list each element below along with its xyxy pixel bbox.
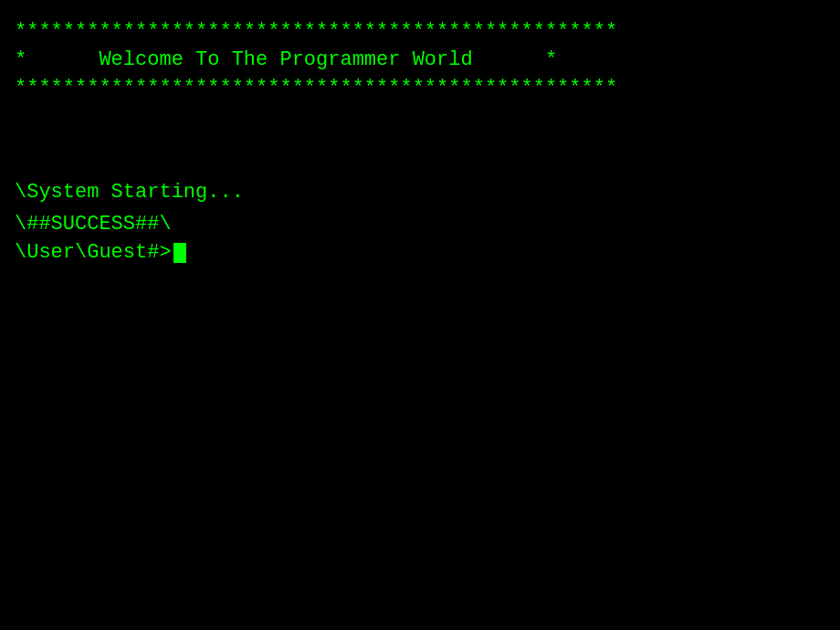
prompt-text: \User\Guest#>	[15, 239, 172, 268]
banner-stars-bottom: ****************************************…	[15, 75, 825, 103]
cursor-block	[173, 243, 186, 263]
banner-title: * Welcome To The Programmer World *	[15, 47, 825, 75]
success-line: \##SUCCESS##\	[15, 211, 825, 239]
spacer	[15, 102, 825, 175]
banner-stars-top: ****************************************…	[15, 18, 825, 47]
system-starting-line: \System Starting...	[15, 179, 825, 207]
prompt-line[interactable]: \User\Guest#>	[15, 239, 825, 268]
terminal-window: ****************************************…	[0, 0, 840, 630]
